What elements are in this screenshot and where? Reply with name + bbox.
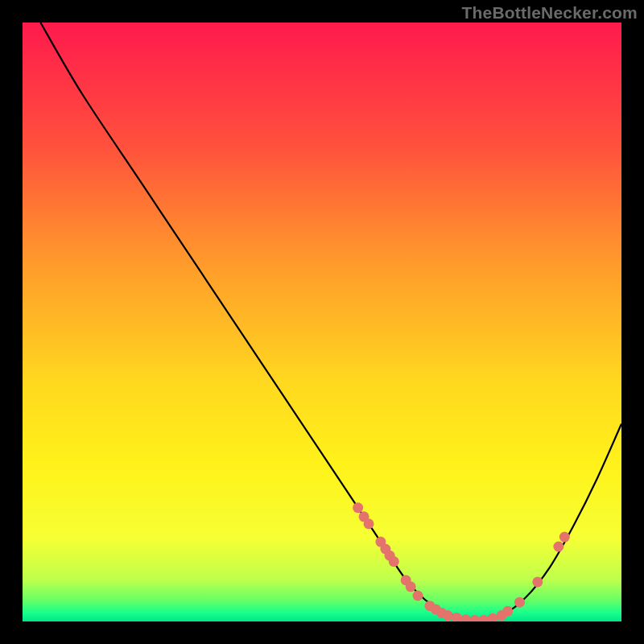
chart-frame [23,23,621,621]
data-point [532,576,543,587]
data-point [553,542,564,552]
gradient-background [23,23,621,621]
chart-svg [23,23,621,621]
data-point [353,502,363,513]
data-point [406,581,416,592]
data-point [559,532,570,543]
data-point [443,610,453,621]
data-point [364,518,374,529]
data-point [389,556,399,567]
data-point [514,597,525,608]
data-point [413,591,423,601]
data-point [502,606,513,617]
watermark-label: TheBottleNecker.com [461,3,638,23]
